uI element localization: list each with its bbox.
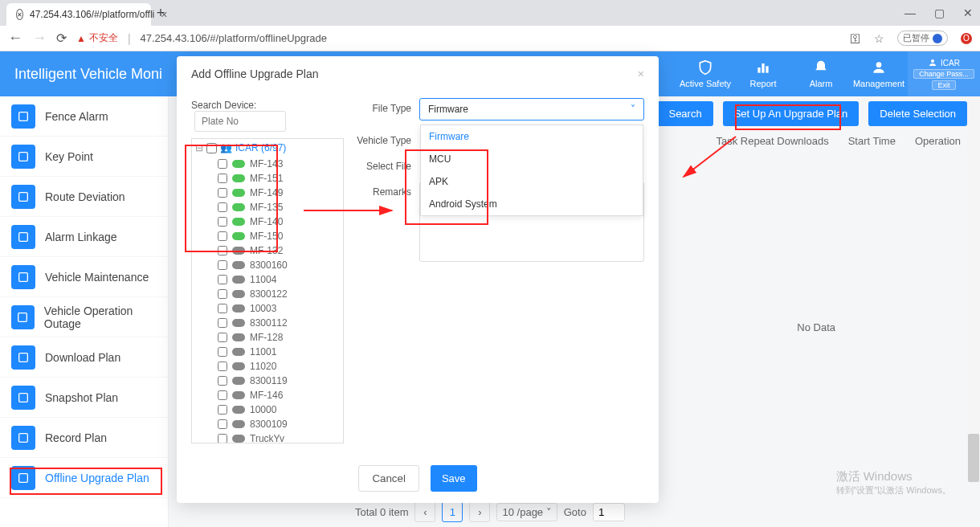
pagination: Total 0 item ‹ 1 › 10 /page ˅ Goto [355, 501, 625, 522]
app-title: Intelligent Vehicle Moni [14, 66, 162, 83]
svg-rect-8 [19, 232, 28, 241]
tree-device[interactable]: 8300119 [192, 374, 343, 388]
close-window-icon[interactable]: ✕ [962, 6, 974, 19]
browser-tab[interactable]: ✕ 47.254.43.106/#/platform/offli × [6, 3, 151, 26]
tree-device[interactable]: 11001 [192, 345, 343, 359]
save-button[interactable]: Save [431, 465, 477, 492]
sidebar-icon [11, 265, 35, 289]
sidebar-icon [11, 466, 35, 490]
globe-icon: ✕ [16, 9, 23, 20]
sidebar-item-snapshot-plan[interactable]: Snapshot Plan [0, 378, 168, 418]
new-tab-button[interactable]: + [151, 5, 170, 22]
device-tree[interactable]: ⊟👥ICAR (6/97)MF-143MF-151MF-149MF-135MF-… [191, 138, 344, 443]
file-type-select[interactable]: Firmware ˅ FirmwareMCUAPKAndroid System [419, 98, 644, 121]
warning-icon: ▲ [76, 33, 86, 44]
cancel-button[interactable]: Cancel [358, 465, 419, 492]
maximize-icon[interactable]: ▢ [933, 6, 945, 19]
sidebar-item-fence-alarm[interactable]: Fence Alarm [0, 96, 168, 137]
sidebar-item-label: Alarm Linkage [45, 231, 117, 243]
dropdown-option[interactable]: APK [421, 170, 643, 193]
bell-icon [813, 59, 829, 76]
back-icon[interactable]: ← [8, 30, 22, 47]
extension-icon[interactable]: O [961, 33, 972, 44]
sidebar-item-label: Download Plan [45, 351, 120, 364]
sidebar-item-record-plan[interactable]: Record Plan [0, 418, 168, 458]
profile-chip[interactable]: 已暂停 [897, 31, 948, 46]
svg-rect-0 [757, 67, 760, 73]
page-number[interactable]: 1 [442, 501, 463, 522]
change-password-button[interactable]: Change Pass... [913, 69, 974, 79]
sidebar: Fence AlarmKey PointRoute DeviationAlarm… [0, 96, 169, 527]
tree-device[interactable]: 11004 [192, 272, 343, 287]
col-start-time: Start Time [839, 135, 905, 161]
sidebar-item-label: Record Plan [45, 431, 107, 444]
dropdown-option[interactable]: MCU [421, 148, 643, 170]
sidebar-icon [11, 104, 35, 129]
tree-device[interactable]: MF-132 [192, 243, 343, 258]
tree-device[interactable]: 11020 [192, 359, 343, 374]
page-scrollbar[interactable] [967, 96, 980, 482]
nav-report[interactable]: Report [734, 51, 792, 96]
nav-alarm[interactable]: Alarm [792, 51, 850, 96]
sidebar-item-download-plan[interactable]: Download Plan [0, 337, 168, 378]
sidebar-icon [11, 426, 35, 450]
tree-device[interactable]: 8300109 [192, 417, 343, 431]
add-upgrade-plan-modal: Add Offline Upgrade Plan × Search Device… [177, 56, 659, 503]
forward-icon[interactable]: → [32, 30, 47, 47]
arrow-icon [680, 137, 744, 187]
sidebar-item-offline-upgrade-plan[interactable]: Offline Upgrade Plan [0, 458, 168, 498]
prev-page-button[interactable]: ‹ [414, 501, 435, 522]
tree-device[interactable]: 8300112 [192, 316, 343, 330]
dropdown-option[interactable]: Android System [421, 193, 643, 215]
tree-device[interactable]: 10003 [192, 301, 343, 316]
tree-device[interactable]: 8300160 [192, 258, 343, 272]
svg-point-3 [876, 62, 882, 67]
svg-rect-2 [766, 66, 768, 72]
vehicle-type-label: Vehicle Type [355, 130, 419, 146]
search-button[interactable]: Search [657, 101, 713, 126]
sidebar-item-vehicle-operation-outage[interactable]: Vehicle Operation Outage [0, 297, 168, 337]
next-page-button[interactable]: › [469, 501, 490, 522]
per-page-select[interactable]: 10 /page ˅ [496, 503, 557, 521]
minimize-icon[interactable]: — [904, 6, 916, 19]
url-text[interactable]: 47.254.43.106/#/platform/offlineUpgrade [141, 32, 327, 44]
dropdown-option[interactable]: Firmware [421, 125, 643, 148]
modal-title: Add Offline Upgrade Plan [191, 67, 319, 80]
address-bar: ← → ⟳ ▲不安全 | 47.254.43.106/#/platform/of… [0, 26, 980, 51]
setup-upgrade-plan-button[interactable]: Set Up An Upgrade Plan [723, 101, 860, 126]
tree-device[interactable]: TruckYv [192, 431, 343, 443]
reload-icon[interactable]: ⟳ [56, 31, 67, 46]
sidebar-item-label: Key Point [45, 150, 93, 163]
svg-line-16 [684, 137, 736, 177]
tree-device[interactable]: MF-150 [192, 229, 343, 243]
window-controls: — ▢ ✕ [904, 6, 974, 19]
tree-group[interactable]: ⊟👥ICAR (6/97) [192, 139, 343, 157]
svg-rect-12 [19, 393, 28, 402]
sidebar-item-key-point[interactable]: Key Point [0, 137, 168, 177]
goto-label: Goto [564, 506, 586, 518]
goto-input[interactable] [593, 503, 625, 521]
sidebar-item-label: Route Deviation [45, 190, 125, 203]
tree-device[interactable]: 10000 [192, 402, 343, 417]
exit-button[interactable]: Exit [932, 80, 955, 90]
svg-rect-13 [19, 433, 28, 442]
sidebar-item-alarm-linkage[interactable]: Alarm Linkage [0, 217, 168, 257]
user-icon [871, 59, 887, 76]
tree-device[interactable]: MF-151 [192, 171, 343, 186]
sidebar-item-vehicle-maintenance[interactable]: Vehicle Maintenance [0, 257, 168, 297]
tree-device[interactable]: MF-128 [192, 330, 343, 345]
nav-active-safety[interactable]: Active Safety [676, 51, 734, 96]
search-device-input[interactable] [194, 111, 286, 132]
nav-management[interactable]: Management [850, 51, 908, 96]
tree-device[interactable]: MF-146 [192, 388, 343, 402]
key-icon[interactable]: ⚿ [850, 32, 861, 45]
tree-device[interactable]: 8300122 [192, 287, 343, 301]
delete-selection-button[interactable]: Delete Selection [868, 101, 967, 126]
star-icon[interactable]: ☆ [874, 32, 884, 45]
svg-rect-7 [19, 192, 28, 201]
tree-device[interactable]: MF-143 [192, 157, 343, 171]
tree-device[interactable]: MF-149 [192, 186, 343, 200]
sidebar-item-route-deviation[interactable]: Route Deviation [0, 177, 168, 217]
modal-close-icon[interactable]: × [638, 67, 644, 80]
bar-chart-icon [755, 59, 771, 76]
